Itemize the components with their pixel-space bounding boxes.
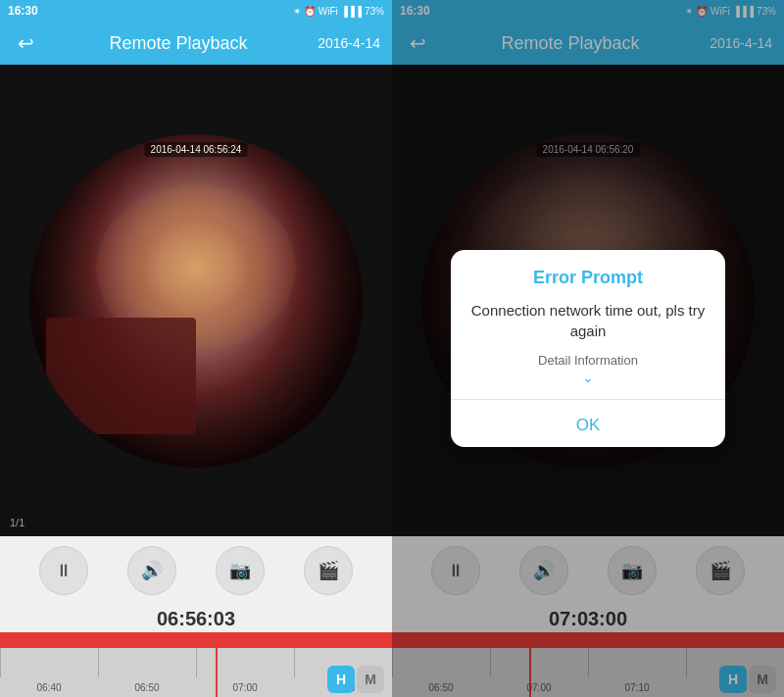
timeline-tick-1: [0, 648, 1, 677]
left-status-time: 16:30: [8, 4, 38, 18]
left-timeline[interactable]: 06:40 06:50 07:00 07:10 H M: [0, 648, 392, 697]
left-phone-panel: 16:30 ✶ ⏰ WiFi ▐▐▐ 73% ↩ Remote Playback…: [0, 0, 392, 697]
left-channel-label: 1/1: [10, 517, 24, 528]
record-icon: 🎬: [318, 560, 339, 581]
left-screenshot-button[interactable]: 📷: [216, 546, 265, 595]
left-progress-bar[interactable]: [0, 632, 392, 648]
left-fisheye-video: 2016-04-14 06:56:24: [29, 134, 363, 468]
left-pause-button[interactable]: ⏸: [39, 546, 88, 595]
error-overlay: Error Prompt Connection network time out…: [392, 0, 784, 697]
left-date-label: 2016-4-14: [318, 35, 380, 51]
left-time-display: 06:56:03: [0, 605, 392, 632]
timeline-tick-3: [196, 648, 197, 677]
volume-icon: 🔊: [141, 560, 163, 581]
timeline-tick-2: [98, 648, 99, 677]
left-video-timestamp: 2016-04-14 06:56:24: [145, 142, 248, 157]
wifi-icon: WiFi: [318, 6, 338, 17]
left-status-icons: ✶ ⏰ WiFi ▐▐▐ 73%: [293, 6, 384, 17]
right-phone-panel: 16:30 ✶ ⏰ WiFi ▐▐▐ 73% ↩ Remote Playback…: [392, 0, 784, 697]
left-back-button[interactable]: ↩: [12, 31, 39, 55]
left-time-label-2: 06:50: [134, 682, 159, 693]
left-time-label-3: 07:00: [232, 682, 257, 693]
dialog-ok-button[interactable]: OK: [451, 404, 725, 447]
left-current-time: 06:56:03: [157, 608, 235, 630]
dialog-message: Connection network time out, pls try aga…: [451, 296, 725, 349]
left-video-area: 2016-04-14 06:56:24 1/1: [0, 65, 392, 536]
chevron-down-icon[interactable]: ⌄: [451, 370, 725, 395]
left-hm-buttons: H M: [327, 666, 384, 693]
left-title-bar: ↩ Remote Playback 2016-4-14: [0, 22, 392, 65]
bluetooth-icon: ✶: [293, 6, 301, 17]
dialog-detail-label: Detail Information: [451, 349, 725, 370]
battery-icon: 73%: [365, 6, 384, 17]
left-controls-bar: ⏸ 🔊 📷 🎬: [0, 536, 392, 605]
alarm-icon: ⏰: [304, 6, 316, 17]
dialog-title: Error Prompt: [451, 250, 725, 296]
left-time-label-1: 06:40: [36, 682, 61, 693]
signal-icon: ▐▐▐: [341, 6, 362, 17]
left-status-bar: 16:30 ✶ ⏰ WiFi ▐▐▐ 73%: [0, 0, 392, 22]
error-dialog: Error Prompt Connection network time out…: [451, 250, 725, 447]
left-page-title: Remote Playback: [110, 33, 248, 54]
left-h-button[interactable]: H: [327, 666, 355, 693]
left-record-button[interactable]: 🎬: [304, 546, 353, 595]
timeline-tick-4: [294, 648, 295, 677]
camera-icon: 📷: [229, 560, 251, 581]
left-m-button[interactable]: M: [357, 666, 384, 693]
left-volume-button[interactable]: 🔊: [127, 546, 176, 595]
dialog-divider: [451, 399, 725, 400]
pause-icon: ⏸: [55, 561, 73, 581]
